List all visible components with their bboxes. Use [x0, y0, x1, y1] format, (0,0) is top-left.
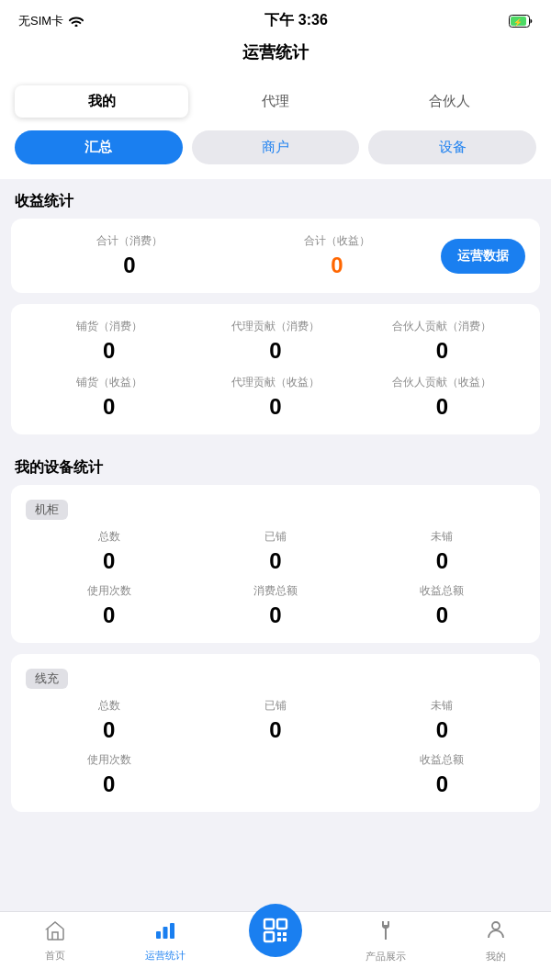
device2-cell-1: 已铺 0 — [192, 698, 358, 743]
device2-label-3: 使用次数 — [26, 752, 192, 768]
nav-stats[interactable]: 运营统计 — [110, 920, 220, 963]
device-value-0: 0 — [26, 548, 192, 574]
device-label-1: 已铺 — [192, 529, 358, 545]
device-cell-1: 已铺 0 — [192, 529, 358, 574]
device-cell-0: 总数 0 — [26, 529, 192, 574]
device2-value-5: 0 — [359, 772, 525, 797]
revenue-card-1: 合计（消费） 0 合计（收益） 0 运营数据 — [11, 219, 540, 293]
tab-row-2: 汇总 商户 设备 — [0, 130, 551, 179]
grid-label-5: 合伙人贡献（收益） — [359, 375, 525, 390]
grid-value-1: 0 — [192, 338, 358, 364]
grid-value-2: 0 — [359, 338, 525, 364]
fork-icon — [375, 919, 397, 947]
tab-partner[interactable]: 合伙人 — [363, 85, 536, 118]
device2-label-0: 总数 — [26, 698, 192, 714]
svg-text:⚡: ⚡ — [513, 17, 523, 27]
device-label-2: 未铺 — [359, 529, 525, 545]
tab-row-1: 我的 代理 合伙人 — [0, 76, 551, 130]
wifi-icon — [69, 16, 84, 27]
tab-agent[interactable]: 代理 — [188, 85, 362, 118]
income-label: 合计（收益） — [233, 233, 441, 249]
grid-label-2: 合伙人贡献（消费） — [359, 319, 525, 334]
svg-rect-4 — [163, 927, 168, 939]
svg-rect-12 — [283, 938, 287, 941]
revenue-card-2: 铺货（消费） 0 代理贡献（消费） 0 合伙人贡献（消费） 0 铺货（收益） 0… — [11, 304, 540, 434]
device-value-2: 0 — [359, 548, 525, 574]
carrier-text: 无SIM卡 — [18, 13, 63, 29]
device2-value-0: 0 — [26, 717, 192, 743]
grid-value-5: 0 — [359, 394, 525, 420]
device-label-5: 收益总额 — [359, 583, 525, 599]
consumption-label: 合计（消费） — [26, 233, 233, 249]
nav-products[interactable]: 产品展示 — [331, 919, 441, 963]
device-cell-4: 消费总额 0 — [192, 583, 358, 628]
grid-cell-5: 合伙人贡献（收益） 0 — [359, 375, 525, 420]
nav-mine[interactable]: 我的 — [441, 919, 551, 963]
status-time: 下午 3:36 — [264, 11, 327, 30]
grid-value-0: 0 — [26, 338, 192, 364]
grid-label-3: 铺货（收益） — [26, 375, 192, 390]
ops-btn-area: 运营数据 — [441, 239, 525, 274]
home-icon — [44, 920, 66, 946]
ops-data-button[interactable]: 运营数据 — [441, 239, 525, 274]
nav-home-label: 首页 — [45, 949, 65, 963]
revenue-grid: 铺货（消费） 0 代理贡献（消费） 0 合伙人贡献（消费） 0 铺货（收益） 0… — [26, 319, 525, 420]
revenue-col-income: 合计（收益） 0 — [233, 233, 441, 278]
device-type-2: 线充 — [26, 669, 68, 689]
grid-label-4: 代理贡献（收益） — [192, 375, 358, 390]
device-card-2: 线充 总数 0 已铺 0 未铺 0 使用次数 0 收益总 — [11, 654, 540, 812]
nav-stats-label: 运营统计 — [145, 949, 186, 963]
grid-cell-4: 代理贡献（收益） 0 — [192, 375, 358, 420]
device-grid-2: 总数 0 已铺 0 未铺 0 使用次数 0 收益总额 0 — [26, 698, 525, 797]
device-cell-5: 收益总额 0 — [359, 583, 525, 628]
nav-home[interactable]: 首页 — [0, 920, 110, 963]
svg-rect-10 — [283, 932, 287, 936]
consumption-value: 0 — [26, 253, 233, 278]
device-value-5: 0 — [359, 603, 525, 628]
device2-label-1: 已铺 — [192, 698, 358, 714]
grid-value-3: 0 — [26, 394, 192, 420]
status-right: ⚡ — [509, 15, 533, 28]
device-value-4: 0 — [192, 603, 358, 628]
device-cell-2: 未铺 0 — [359, 529, 525, 574]
device-value-1: 0 — [192, 548, 358, 574]
grid-label-0: 铺货（消费） — [26, 319, 192, 334]
income-value: 0 — [233, 253, 441, 278]
bottom-nav: 首页 运营统计 — [0, 911, 551, 980]
scan-icon — [261, 916, 290, 945]
grid-cell-2: 合伙人贡献（消费） 0 — [359, 319, 525, 364]
tab-merchant[interactable]: 商户 — [192, 130, 360, 164]
grid-cell-3: 铺货（收益） 0 — [26, 375, 192, 420]
device-label-3: 使用次数 — [26, 583, 192, 599]
status-bar: 无SIM卡 下午 3:36 ⚡ — [0, 0, 551, 38]
scan-button[interactable] — [249, 904, 302, 957]
svg-rect-9 — [277, 932, 281, 936]
tab-device[interactable]: 设备 — [368, 130, 536, 164]
grid-cell-1: 代理贡献（消费） 0 — [192, 319, 358, 364]
device-type-1: 机柜 — [26, 500, 68, 520]
svg-point-13 — [492, 922, 500, 929]
device-section-title: 我的设备统计 — [0, 445, 551, 485]
chart-icon — [154, 920, 176, 946]
nav-scan-wrap — [220, 926, 331, 957]
battery-icon: ⚡ — [509, 15, 533, 28]
device2-label-2: 未铺 — [359, 698, 525, 714]
nav-products-label: 产品展示 — [365, 950, 406, 963]
device-label-0: 总数 — [26, 529, 192, 545]
svg-rect-11 — [277, 938, 281, 941]
device2-value-3: 0 — [26, 772, 192, 797]
svg-rect-7 — [277, 919, 287, 929]
status-left: 无SIM卡 — [18, 13, 84, 29]
tab-summary[interactable]: 汇总 — [15, 130, 183, 164]
device-label-4: 消费总额 — [192, 583, 358, 599]
device2-cell-4 — [192, 752, 358, 797]
device2-value-2: 0 — [359, 717, 525, 743]
svg-rect-5 — [170, 923, 174, 939]
grid-value-4: 0 — [192, 394, 358, 420]
svg-rect-6 — [264, 919, 274, 929]
tab-mine[interactable]: 我的 — [15, 85, 188, 118]
nav-mine-label: 我的 — [486, 950, 506, 963]
svg-rect-3 — [156, 931, 161, 939]
grid-cell-0: 铺货（消费） 0 — [26, 319, 192, 364]
main-content: 我的 代理 合伙人 汇总 商户 设备 收益统计 合计（消费） 0 合计（收益） … — [0, 76, 551, 896]
